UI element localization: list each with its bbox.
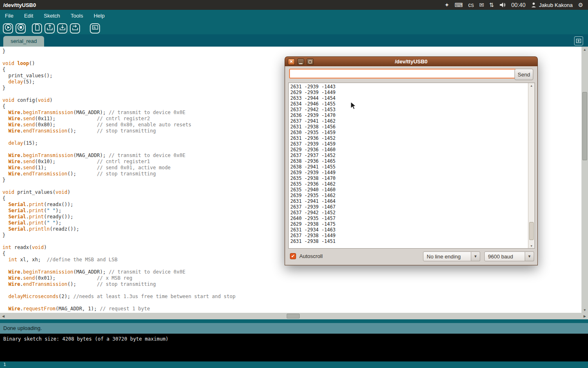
toolbar <box>0 22 102 34</box>
menu-item-file[interactable]: File <box>5 13 13 19</box>
verify-icon <box>4 24 12 33</box>
user-icon <box>531 2 537 8</box>
serial-line: 2631 -2934 -1463 <box>290 227 336 233</box>
horizontal-scroll-thumb[interactable] <box>287 314 300 319</box>
serial-line: 2634 -2946 -1455 <box>290 101 336 107</box>
send-button[interactable]: Send <box>514 69 533 80</box>
serial-line: 2629 -2938 -1475 <box>290 221 336 227</box>
scroll-left-arrow[interactable]: ◀ <box>0 313 7 319</box>
menu-item-sketch[interactable]: Sketch <box>44 13 60 19</box>
serial-bottom-bar: ✔ Autoscroll No line ending ▼ 9600 baud … <box>285 250 537 263</box>
upload-icon <box>71 24 79 33</box>
serial-window-titlebar[interactable]: ✕ ▁ ▢ /dev/ttyUSB0 <box>285 56 538 66</box>
serial-line: 2639 -2939 -1449 <box>290 170 336 175</box>
serial-line: 2635 -2936 -1462 <box>290 181 336 187</box>
menu-item-edit[interactable]: Edit <box>24 13 33 19</box>
code-line: Wire.beginTransmission(MAG_ADDR); // tra… <box>2 269 581 275</box>
serial-output: 2631 -2939 -14432629 -2939 -14492633 -29… <box>290 84 336 244</box>
stop-button[interactable] <box>16 23 26 34</box>
serial-scroll-up-arrow[interactable]: ▲ <box>528 83 535 88</box>
serial-line: 2633 -2944 -1454 <box>290 95 336 101</box>
keyboard-icon[interactable]: ⌨ <box>454 2 463 8</box>
status-bar: Done uploading. <box>0 323 588 334</box>
serial-window-body: Send 2631 -2939 -14432629 -2939 -1449263… <box>285 66 538 265</box>
tab-strip: serial_read <box>0 34 588 47</box>
serial-line: 2631 -2941 -1464 <box>290 198 336 204</box>
window-controls: ✕ ▁ ▢ <box>288 58 314 65</box>
session-gear-icon[interactable]: ⚙ <box>578 2 583 8</box>
verify-button[interactable] <box>3 23 13 34</box>
save-icon <box>59 24 66 33</box>
serial-line: 2639 -2935 -1462 <box>290 193 336 198</box>
maximize-button[interactable]: ▢ <box>307 58 314 65</box>
serial-line: 2631 -2938 -1451 <box>290 238 336 244</box>
serial-monitor-button[interactable] <box>90 23 100 34</box>
keyboard-layout-label[interactable]: cs <box>468 2 474 8</box>
code-line <box>2 300 581 306</box>
network-icon[interactable]: ⇅ <box>489 2 494 8</box>
upload-button[interactable] <box>70 23 80 34</box>
vertical-scroll-thumb[interactable] <box>582 92 587 160</box>
serial-line: 2638 -2941 -1455 <box>290 164 336 170</box>
top-panel-indicators: ✦ ⌨ cs ✉ ⇅ 00:40 Jakub Kakona ⚙ <box>445 2 588 8</box>
new-button[interactable] <box>32 23 42 34</box>
serial-line: 2631 -2939 -1443 <box>290 84 336 90</box>
scroll-up-arrow[interactable]: ▲ <box>581 47 588 52</box>
baud-rate-select[interactable]: 9600 baud <box>484 251 525 261</box>
tab-menu-button[interactable] <box>574 36 583 45</box>
serial-line: 2637 -2938 -1449 <box>290 233 336 238</box>
scroll-right-arrow[interactable]: ▶ <box>581 313 588 319</box>
tab-serial-read[interactable]: serial_read <box>3 36 44 47</box>
close-button[interactable]: ✕ <box>288 58 295 65</box>
serial-line: 2635 -2938 -1470 <box>290 175 336 181</box>
autoscroll-checkbox[interactable]: ✔ <box>290 253 296 259</box>
code-line: Wire.endTransmission(); // stop transmit… <box>2 281 581 287</box>
build-console: Binary sketch size: 4208 bytes (of a 307… <box>0 334 588 361</box>
serial-output-area[interactable]: 2631 -2939 -14432629 -2939 -14492633 -29… <box>288 83 535 249</box>
user-menu[interactable]: Jakub Kakona <box>531 2 572 8</box>
serial-monitor-window: ✕ ▁ ▢ /dev/ttyUSB0 Send 2631 -2939 -1443… <box>285 56 538 265</box>
serial-line: 2638 -2936 -1465 <box>290 158 336 164</box>
code-line: Wire.send(0x01); // x MSB reg <box>2 275 581 281</box>
line-ending-select[interactable]: No line ending <box>423 251 471 261</box>
code-line: delayMicroseconds(2); //needs at least 1… <box>2 294 581 300</box>
menu-item-help[interactable]: Help <box>94 13 105 19</box>
menu-item-tools[interactable]: Tools <box>71 13 83 19</box>
mail-icon[interactable]: ✉ <box>479 2 484 8</box>
serial-line: 2637 -2937 -1452 <box>290 153 336 158</box>
serial-line: 2629 -2939 -1449 <box>290 90 336 95</box>
serial-scroll-down-arrow[interactable]: ▼ <box>528 243 535 248</box>
editor-vertical-scrollbar[interactable]: ▲ ▼ <box>581 47 588 313</box>
serial-line: 2636 -2939 -1470 <box>290 112 336 118</box>
open-button[interactable] <box>45 23 55 34</box>
serial-line: 2637 -2942 -1453 <box>290 107 336 112</box>
menu-bar: FileEditSketchToolsHelp <box>0 10 588 21</box>
line-ending-dropdown-arrow[interactable]: ▼ <box>471 251 480 261</box>
serial-line: 2631 -2938 -1456 <box>290 124 336 130</box>
serial-input[interactable] <box>289 69 518 79</box>
window-title: /dev/ttyUSB0 <box>3 2 36 8</box>
volume-icon[interactable] <box>499 2 506 8</box>
indicator-icon[interactable]: ✦ <box>445 2 450 8</box>
baud-rate-dropdown-arrow[interactable]: ▼ <box>525 251 534 261</box>
serial-line: 2637 -2942 -1452 <box>290 210 336 215</box>
clock[interactable]: 00:40 <box>511 2 526 8</box>
save-button[interactable] <box>57 23 67 34</box>
autoscroll-label: Autoscroll <box>299 250 323 263</box>
serial-scroll-thumb[interactable] <box>529 222 534 240</box>
scroll-down-arrow[interactable]: ▼ <box>581 307 588 313</box>
editor-horizontal-scrollbar[interactable]: ◀ ▶ <box>0 313 588 319</box>
serial-line: 2637 -2941 -1462 <box>290 118 336 124</box>
serial-window-title: /dev/ttyUSB0 <box>395 58 428 65</box>
serial-output-scrollbar[interactable]: ▲ ▼ <box>528 83 535 248</box>
serial-line: 2635 -2940 -1460 <box>290 187 336 193</box>
serial-monitor-icon <box>91 24 99 33</box>
minimize-button[interactable]: ▁ <box>297 58 304 65</box>
code-line <box>2 287 581 294</box>
serial-line: 2637 -2939 -1467 <box>290 204 336 210</box>
user-name: Jakub Kakona <box>539 2 572 8</box>
code-line: Wire.requestFrom(MAG_ADDR, 1); // reques… <box>2 306 581 312</box>
top-panel: /dev/ttyUSB0 ✦ ⌨ cs ✉ ⇅ 00:40 Jakub Kako… <box>0 0 588 10</box>
open-icon <box>46 24 53 33</box>
mouse-cursor <box>350 101 357 110</box>
